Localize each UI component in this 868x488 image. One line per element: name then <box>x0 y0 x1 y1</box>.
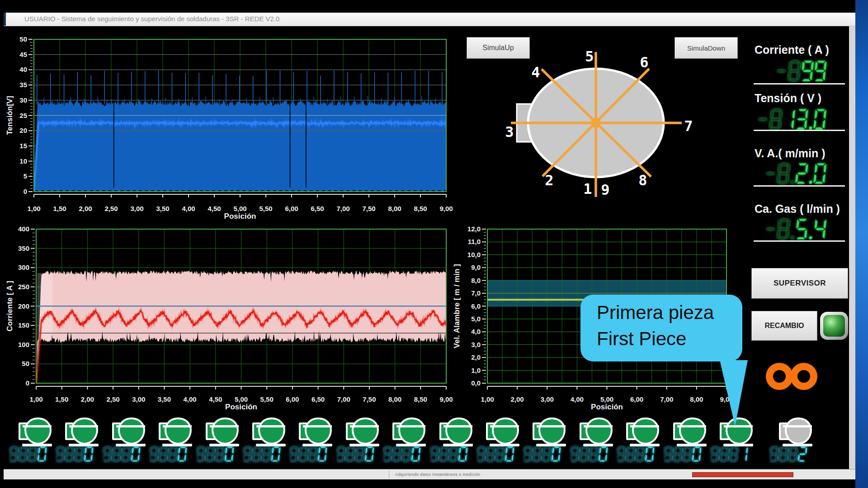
svg-text:1,50: 1,50 <box>55 395 68 403</box>
chart-tension: 051015202530354045501,001,502,002,503,00… <box>5 35 453 221</box>
piece-counter-display <box>10 446 48 462</box>
piece-icon <box>299 418 334 446</box>
gauge-va-display <box>766 163 828 184</box>
svg-text:4,00: 4,00 <box>184 395 197 403</box>
piece-counter-display <box>711 446 750 462</box>
svg-text:Posición: Posición <box>225 403 257 411</box>
screen: 051015202530354045501,001,502,002,503,00… <box>0 0 868 488</box>
svg-text:10,0: 10,0 <box>467 251 481 258</box>
svg-text:1,0: 1,0 <box>471 366 481 374</box>
svg-text:6,50: 6,50 <box>311 205 324 212</box>
piece-counter-display <box>571 446 609 462</box>
dial-number: 9 <box>601 181 609 198</box>
piece-stripe <box>23 425 52 427</box>
bubble-tail <box>710 359 750 427</box>
piece-body <box>24 418 52 445</box>
piece-body <box>585 418 613 445</box>
gauge-va-label: V. A.( m/min ) <box>755 147 849 160</box>
piece-body <box>785 418 812 445</box>
piece-icon <box>252 418 288 446</box>
piece-icon <box>486 418 521 446</box>
piece-body <box>398 418 425 445</box>
piece-icon-gray <box>779 418 814 446</box>
bubble-line1: Primera pieza <box>597 302 714 324</box>
svg-text:8,0: 8,0 <box>471 277 481 284</box>
dial-number: 3 <box>505 123 514 141</box>
svg-text:Vel. Alambre [ m / min ]: Vel. Alambre [ m / min ] <box>453 264 461 348</box>
svg-text:8,00: 8,00 <box>690 395 703 403</box>
dial-number: 4 <box>531 64 540 81</box>
gauge-corriente: Corriente ( A ) <box>748 43 849 56</box>
dial-number: 5 <box>585 48 594 65</box>
dial-number: 8 <box>638 172 647 189</box>
piece-icon <box>439 418 475 446</box>
piece-stripe <box>256 425 285 427</box>
seven-seg-display <box>766 163 828 184</box>
dial-number: 7 <box>684 117 693 135</box>
svg-text:2,00: 2,00 <box>81 395 94 403</box>
svg-text:25: 25 <box>19 112 27 119</box>
simula-down-button[interactable]: SimulaDown <box>675 37 738 59</box>
piece-stripe <box>116 425 145 427</box>
svg-text:7,50: 7,50 <box>362 205 375 212</box>
gauge-tension-display <box>758 109 828 130</box>
piece-icon <box>159 418 194 446</box>
status-separator <box>389 470 389 479</box>
supervisor-button[interactable]: SUPERVISOR <box>751 268 848 299</box>
piece-counter <box>10 446 48 464</box>
gauge-corriente-display <box>777 61 829 81</box>
svg-text:4,0: 4,0 <box>471 328 481 335</box>
svg-text:1,50: 1,50 <box>53 205 66 212</box>
piece-stripe <box>584 425 613 427</box>
svg-text:2,50: 2,50 <box>104 205 118 212</box>
piece-counter-display <box>150 446 189 462</box>
svg-text:7,00: 7,00 <box>660 395 673 403</box>
svg-text:0,0: 0,0 <box>471 379 481 387</box>
piece-counter-display <box>384 446 422 462</box>
svg-text:1,00: 1,00 <box>27 205 40 212</box>
svg-text:1,00: 1,00 <box>29 395 42 403</box>
piece-body <box>445 418 472 445</box>
piece-icon <box>580 418 615 446</box>
svg-text:7,00: 7,00 <box>337 395 350 403</box>
gauge-underline <box>754 130 845 131</box>
recambio-button[interactable]: RECAMBIO <box>751 311 817 341</box>
svg-text:10: 10 <box>19 157 27 165</box>
svg-text:8,50: 8,50 <box>414 395 427 403</box>
svg-text:300: 300 <box>18 263 29 271</box>
svg-text:4,00: 4,00 <box>571 395 584 403</box>
gauge-gas: Ca. Gas ( l/min ) <box>748 202 849 216</box>
first-piece-bubble: Primera pieza First Piece <box>580 295 742 361</box>
svg-text:50: 50 <box>19 35 27 43</box>
piece-counter-display <box>197 446 236 462</box>
svg-text:Corriente [ A ]: Corriente [ A ] <box>5 281 14 331</box>
piece-body <box>212 418 239 445</box>
svg-text:Posición: Posición <box>591 403 623 411</box>
svg-text:200: 200 <box>18 302 29 310</box>
simula-up-button[interactable]: SimulaUp <box>467 37 530 59</box>
piece-counter <box>104 446 142 464</box>
svg-text:Posición: Posición <box>224 212 256 221</box>
piece-counter <box>665 446 703 464</box>
piece-stripe <box>443 425 472 427</box>
svg-text:15: 15 <box>19 142 27 150</box>
piece-body <box>492 418 519 445</box>
svg-text:12,0: 12,0 <box>467 225 481 233</box>
svg-text:Tensión[V]: Tensión[V] <box>5 96 14 135</box>
piece-body <box>632 418 659 445</box>
piece-counter <box>711 446 750 464</box>
title-bar[interactable]: USUARIO - Sistema de seguimiento y super… <box>4 13 855 26</box>
piece-stripe <box>163 425 192 427</box>
gauge-tension-label: Tensión ( V ) <box>755 92 849 105</box>
gauge-va: V. A.( m/min ) <box>748 147 849 160</box>
gauge-corriente-label: Corriente ( A ) <box>755 43 849 56</box>
piece-icon <box>392 418 428 446</box>
svg-text:5,00: 5,00 <box>235 395 248 403</box>
piece-body <box>118 418 145 445</box>
piece-body <box>679 418 706 445</box>
gauge-gas-label: Ca. Gas ( l/min ) <box>755 202 849 216</box>
dial-number: 2 <box>545 172 553 189</box>
svg-text:11,0: 11,0 <box>468 238 481 245</box>
piece-counter-display <box>524 446 562 462</box>
svg-text:8,50: 8,50 <box>414 205 427 212</box>
